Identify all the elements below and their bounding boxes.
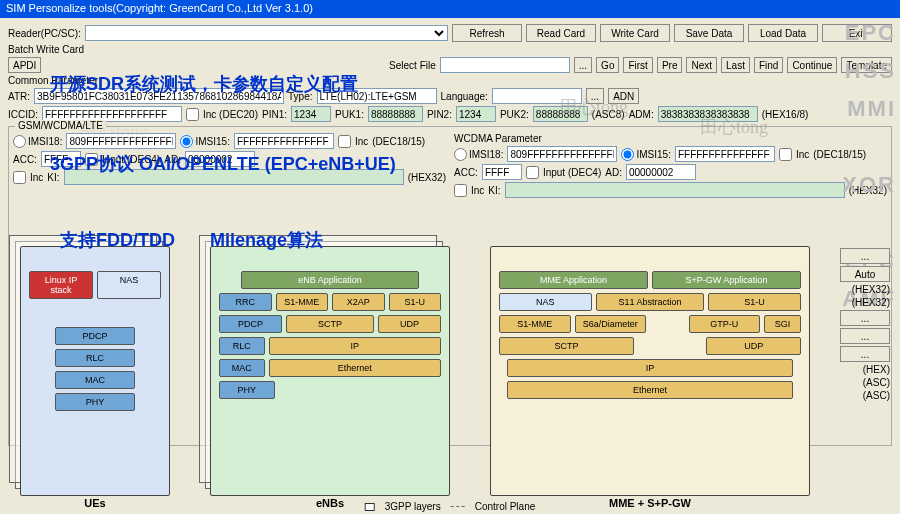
enb-label: eNBs — [316, 497, 344, 509]
epc-eth-block: Ethernet — [507, 381, 794, 399]
spgw-app-block: S+P-GW Application — [652, 271, 801, 289]
write-card-button[interactable]: Write Card — [600, 24, 670, 42]
architecture-diagram: Linux IP stackNAS PDCP RLC MAC PHY UEs e… — [20, 246, 860, 496]
imsi15-radio-r[interactable] — [621, 148, 634, 161]
iccid-inc-checkbox[interactable] — [186, 108, 199, 121]
adm-label: ADM: — [629, 109, 654, 120]
select-file-input[interactable] — [440, 57, 570, 73]
ki-inc-checkbox-l[interactable] — [13, 171, 26, 184]
puk1-label: PUK1: — [335, 109, 364, 120]
gtpu-block: GTP-U — [689, 315, 761, 333]
wcdma-param-label: WCDMA Parameter — [454, 133, 542, 144]
enb-s1mme-block: S1-MME — [276, 293, 329, 311]
enb-eth-block: Ethernet — [269, 359, 441, 377]
enb-rlc-block: RLC — [219, 337, 265, 355]
ki-input-r[interactable] — [505, 182, 845, 198]
save-data-button[interactable]: Save Data — [674, 24, 744, 42]
enb-pdcp-block: PDCP — [219, 315, 282, 333]
s6a-block: S6a/Diameter — [575, 315, 647, 333]
ue-label: UEs — [84, 497, 105, 509]
overlay-line1: 开源SDR系统测试，卡参数自定义配置 — [50, 72, 358, 96]
read-card-button[interactable]: Read Card — [526, 24, 596, 42]
pin1-label: PIN1: — [262, 109, 287, 120]
imsi15-label-l: IMSI15: — [195, 136, 229, 147]
window-title: SIM Personalize tools(Copyright: GreenCa… — [0, 0, 900, 18]
imsi-inc-checkbox-r[interactable] — [779, 148, 792, 161]
overlay-line2: 3GPP协议 OAI/OPENLTE (EPC+eNB+UE) — [50, 152, 396, 176]
last-button[interactable]: Last — [721, 57, 750, 73]
ue-mac-block: MAC — [55, 371, 134, 389]
epc-label: MME + S+P-GW — [609, 497, 691, 509]
enb-stack: eNB Application RRCS1-MMEX2APS1-U PDCPSC… — [210, 246, 450, 496]
puk1-input[interactable] — [368, 106, 423, 122]
overlay-line3b: Milenage算法 — [210, 228, 323, 252]
continue-button[interactable]: Continue — [787, 57, 837, 73]
go-button[interactable]: Go — [596, 57, 619, 73]
reader-select[interactable] — [85, 25, 448, 41]
pin2-input[interactable] — [456, 106, 496, 122]
enb-app-block: eNB Application — [241, 271, 419, 289]
refresh-button[interactable]: Refresh — [452, 24, 522, 42]
acc-label-l: ACC: — [13, 154, 37, 165]
epc-sctp-block: SCTP — [499, 337, 634, 355]
epc-udp-block: UDP — [706, 337, 801, 355]
ue-pdcp-block: PDCP — [55, 327, 134, 345]
select-file-label: Select File — [389, 60, 436, 71]
pin1-input[interactable] — [291, 106, 331, 122]
enb-mac-block: MAC — [219, 359, 265, 377]
enb-ip-block: IP — [269, 337, 441, 355]
next-button[interactable]: Next — [686, 57, 717, 73]
first-button[interactable]: First — [623, 57, 652, 73]
atr-label: ATR: — [8, 91, 30, 102]
pin2-label: PIN2: — [427, 109, 452, 120]
ue-stack: Linux IP stackNAS PDCP RLC MAC PHY UEs — [20, 246, 170, 496]
puk2-label: PUK2: — [500, 109, 529, 120]
enb-udp-block: UDP — [378, 315, 441, 333]
imsi18-radio-l[interactable] — [13, 135, 26, 148]
epc-ip-block: IP — [507, 359, 794, 377]
load-data-button[interactable]: Load Data — [748, 24, 818, 42]
imsi18-radio-r[interactable] — [454, 148, 467, 161]
enb-s1u-block: S1-U — [389, 293, 442, 311]
sgi-block: SGI — [764, 315, 801, 333]
enb-sctp-block: SCTP — [286, 315, 374, 333]
epc-s1mme-block: S1-MME — [499, 315, 571, 333]
s11-block: S11 Abstraction — [596, 293, 705, 311]
inc-dec20-label: Inc (DEC20) — [203, 109, 258, 120]
iccid-label: ICCID: — [8, 109, 38, 120]
watermark-2: 田心tong — [700, 115, 768, 139]
ad-input-r[interactable] — [626, 164, 696, 180]
imsi15-input-r[interactable] — [675, 146, 775, 162]
hex16-label: (HEX16/8) — [762, 109, 809, 120]
acc-input-checkbox-r[interactable] — [526, 166, 539, 179]
watermark-1: 田心tong — [560, 95, 628, 119]
epc-s1u-block: S1-U — [708, 293, 801, 311]
imsi18-label-l: IMSI18: — [28, 136, 62, 147]
ue-phy-block: PHY — [55, 393, 134, 411]
ki-inc-checkbox-r[interactable] — [454, 184, 467, 197]
batch-label: Batch Write Card — [8, 44, 84, 55]
diagram-legend: 3GPP layers Control Plane — [365, 501, 536, 512]
imsi15-radio-l[interactable] — [180, 135, 193, 148]
ue-rlc-block: RLC — [55, 349, 134, 367]
enb-rrc-block: RRC — [219, 293, 272, 311]
find-button[interactable]: Find — [754, 57, 783, 73]
enb-phy-block: PHY — [219, 381, 275, 399]
imsi-inc-checkbox-l[interactable] — [338, 135, 351, 148]
epc-stack: MME ApplicationS+P-GW Application NASS11… — [490, 246, 810, 496]
ue-nas-block: NAS — [97, 271, 161, 299]
watermark-5: 田心tong — [80, 120, 148, 144]
apdu-button[interactable]: APDI — [8, 57, 41, 73]
enb-x2ap-block: X2AP — [332, 293, 385, 311]
imsi15-input-l[interactable] — [234, 133, 334, 149]
pre-button[interactable]: Pre — [657, 57, 683, 73]
mme-app-block: MME Application — [499, 271, 648, 289]
imsi18-input-r[interactable] — [507, 146, 617, 162]
overlay-line3a: 支持FDD/TDD — [60, 228, 175, 252]
browse-button[interactable]: ... — [574, 57, 592, 73]
epc-nas-block: NAS — [499, 293, 592, 311]
language-label: Language: — [441, 91, 488, 102]
reader-label: Reader(PC/SC): — [8, 28, 81, 39]
acc-input-r[interactable] — [482, 164, 522, 180]
linux-ip-block: Linux IP stack — [29, 271, 93, 299]
